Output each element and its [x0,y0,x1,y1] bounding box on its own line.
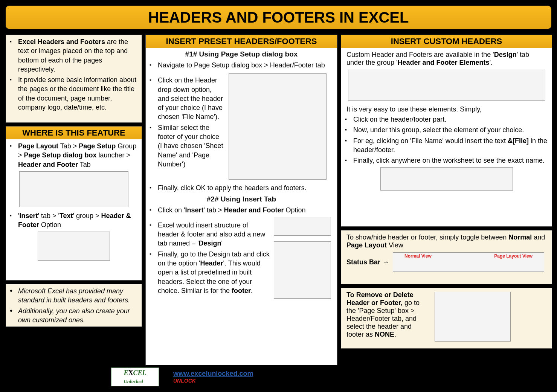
where-box: WHERE IS THIS FEATURE Page Layout Tab > … [6,126,142,281]
custom-intro: Custom Header and Footers are available … [341,48,552,70]
page-layout-ribbon-image [19,171,128,207]
header-dropdown-image [274,241,331,299]
intro-item-2: It provide some basic information about … [10,75,138,112]
where-header: WHERE IS THIS FEATURE [6,127,142,139]
c-step4: Finally, click anywhere on the worksheet… [345,156,548,165]
design-tab-image [274,217,331,236]
elements-ribbon-image [348,70,545,101]
intro-box: Excel Headers and Footers are the text o… [6,35,142,123]
unlock-text: UNLOCK [173,377,196,384]
c-step3: For eg, clicking on 'File Name' would in… [345,136,548,155]
method-2-title: #2# Using Insert Tab [146,195,337,203]
preset-box: INSERT PRESET HEADERS/FOOTERS #1# Using … [145,35,337,365]
custom-box: INSERT CUSTOM HEADERS Custom Header and … [341,35,552,227]
where-path-1: Page Layout Tab > Page Setup Group > Pag… [10,142,138,169]
method-1-title: #1# Using Page Setup dialog box [146,50,337,58]
m1-step4: Finally, click OK to apply the headers a… [150,183,333,192]
notes-box: Microsoft Excel has provided many standa… [6,284,142,327]
note-1: Microsoft Excel has provided many standa… [10,287,138,305]
remove-box: To Remove or Delete Header or Footer, go… [341,288,552,349]
c-step1: Click on the header/footer part. [345,115,548,124]
show-hide-box: To show/hide header or footer, simply to… [341,230,552,284]
c-step2: Now, under this group, select the elemen… [345,125,548,134]
where-path-2: 'Insert' tab > 'Text' group > Header & F… [10,211,138,230]
custom-header: INSERT CUSTOM HEADERS [341,35,552,48]
m1-step3: Similar select the footer of your choice… [150,123,225,169]
intro-item-1: Excel Headers and Footers are the text o… [10,37,138,74]
header-area-image [380,167,513,191]
page-setup-dialog-image [229,73,327,180]
show-hide-text: To show/hide header or footer, simply to… [341,230,552,252]
status-bar-image: Normal View Page Layout View [393,252,544,272]
m2-step1: Click on 'Insert' tab > Header and Foote… [150,206,333,215]
m2-step3: Finally, go to the Design tab and click … [150,250,270,295]
m1-step1: Navigate to Page Setup dialog box > Head… [150,61,333,70]
note-2: Additionally, you can also create your o… [10,307,138,325]
none-image [435,292,511,342]
custom-easy: It is very easy to use these elements. S… [341,102,552,113]
m1-step2: Click on the Header drop down option, an… [150,76,225,121]
page-title: HEADERS AND FOOTERS IN EXCEL [6,6,551,29]
preset-header: INSERT PRESET HEADERS/FOOTERS [146,35,337,48]
remove-text: To Remove or Delete Header or Footer, go… [341,288,431,345]
m2-step2: Excel would insert structure of header &… [150,221,270,248]
text-group-image [38,232,110,261]
excel-unlocked-logo: EXCELUnlocked [111,368,159,386]
status-bar-label: Status Bar → [346,258,389,266]
